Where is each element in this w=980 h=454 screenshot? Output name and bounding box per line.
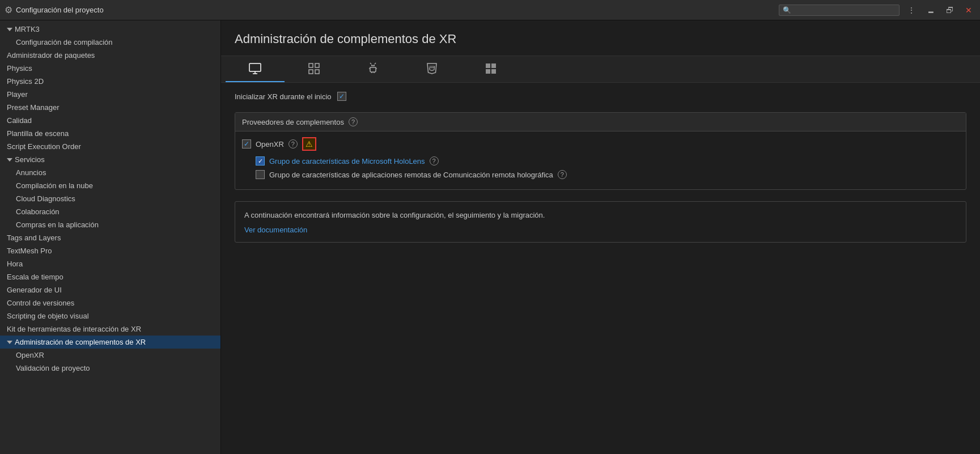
svg-rect-9 bbox=[486, 63, 490, 68]
feature-row-remote: Grupo de características de aplicaciones… bbox=[256, 170, 959, 179]
close-button[interactable]: ✕ bbox=[962, 5, 975, 16]
svg-rect-6 bbox=[315, 70, 319, 74]
openxr-checkbox[interactable] bbox=[242, 139, 251, 148]
sidebar-item-plantilla-escena[interactable]: Plantilla de escena bbox=[0, 127, 220, 140]
svg-rect-12 bbox=[491, 69, 496, 74]
init-xr-row: Inicializar XR durante el inicio bbox=[235, 92, 966, 101]
sidebar-item-control-versiones[interactable]: Control de versiones bbox=[0, 296, 220, 309]
android-icon bbox=[366, 62, 380, 75]
sidebar-item-label: Physics bbox=[7, 64, 32, 73]
sidebar-item-label: Cloud Diagnostics bbox=[16, 194, 75, 203]
sidebar-item-calidad[interactable]: Calidad bbox=[0, 114, 220, 127]
sidebar-item-kit-xr[interactable]: Kit de herramientas de interacción de XR bbox=[0, 323, 220, 336]
sidebar-item-validacion[interactable]: Validación de proyecto bbox=[0, 362, 220, 375]
sidebar-item-tags-layers[interactable]: Tags and Layers bbox=[0, 231, 220, 244]
svg-rect-3 bbox=[309, 63, 313, 67]
sidebar-item-label: Player bbox=[7, 90, 28, 99]
sidebar-item-label: Control de versiones bbox=[7, 299, 74, 307]
sidebar-item-physics2d[interactable]: Physics 2D bbox=[0, 75, 220, 88]
svg-rect-0 bbox=[249, 63, 261, 71]
search-bar[interactable]: 🔍 bbox=[779, 5, 900, 16]
sidebar-item-cloud-diagnostics[interactable]: Cloud Diagnostics bbox=[0, 192, 220, 205]
html5-icon bbox=[425, 62, 439, 75]
hololens-help-icon[interactable]: ? bbox=[430, 156, 439, 166]
sidebar-item-script-execution[interactable]: Script Execution Order bbox=[0, 140, 220, 153]
more-button[interactable]: ⋮ bbox=[904, 5, 919, 16]
init-xr-checkbox[interactable] bbox=[337, 92, 346, 101]
providers-body: OpenXR ? ⚠ Grupo de características de M… bbox=[235, 131, 966, 189]
svg-rect-10 bbox=[491, 63, 496, 68]
minimize-button[interactable]: 🗕 bbox=[923, 5, 938, 16]
openxr-label: OpenXR bbox=[256, 140, 284, 148]
panel-title: Administración de complementos de XR bbox=[235, 32, 966, 46]
svg-rect-5 bbox=[309, 70, 313, 74]
sidebar-group-label: Servicios bbox=[15, 155, 45, 164]
openxr-row: OpenXR ? ⚠ bbox=[242, 137, 959, 151]
warning-triangle-icon: ⚠ bbox=[306, 139, 313, 148]
sidebar-item-label: Hora bbox=[7, 260, 23, 268]
sidebar-group-label: MRTK3 bbox=[15, 25, 40, 33]
sidebar-item-preset-manager[interactable]: Preset Manager bbox=[0, 101, 220, 114]
providers-header: Proveedores de complementos ? bbox=[235, 113, 966, 131]
providers-help-icon[interactable]: ? bbox=[349, 117, 358, 126]
doc-link[interactable]: Ver documentación bbox=[244, 226, 307, 234]
search-input[interactable] bbox=[794, 6, 896, 14]
tab-android[interactable] bbox=[343, 56, 402, 82]
sidebar-item-colaboracion[interactable]: Colaboración bbox=[0, 205, 220, 218]
expand-icon bbox=[7, 158, 12, 162]
sidebar-item-textmesh[interactable]: TextMesh Pro bbox=[0, 244, 220, 257]
sidebar-item-scripting-visual[interactable]: Scripting de objeto visual bbox=[0, 309, 220, 323]
main-content: MRTK3 Configuración de compilación Admin… bbox=[0, 20, 980, 454]
monitor-icon bbox=[248, 62, 262, 75]
sidebar-item-anuncios[interactable]: Anuncios bbox=[0, 166, 220, 179]
title-bar-right: 🔍 ⋮ 🗕 🗗 ✕ bbox=[779, 5, 975, 16]
providers-section: Proveedores de complementos ? OpenXR ? ⚠ bbox=[235, 112, 966, 190]
sidebar-item-player[interactable]: Player bbox=[0, 88, 220, 101]
remote-feature-checkbox[interactable] bbox=[256, 170, 265, 179]
sidebar-item-label: Validación de proyecto bbox=[16, 364, 90, 372]
sidebar-item-label: Calidad bbox=[7, 116, 32, 125]
sidebar-item-label: Kit de herramientas de interacción de XR bbox=[7, 325, 141, 333]
sidebar-group-servicios[interactable]: Servicios bbox=[0, 153, 220, 166]
sidebar-item-openxr[interactable]: OpenXR bbox=[0, 349, 220, 362]
sidebar-item-escala-tiempo[interactable]: Escala de tiempo bbox=[0, 270, 220, 283]
panel-body: Inicializar XR durante el inicio Proveed… bbox=[221, 83, 980, 252]
openxr-help-icon[interactable]: ? bbox=[289, 139, 298, 148]
expand-icon bbox=[7, 28, 12, 31]
window-title: Configuración del proyecto bbox=[16, 6, 104, 14]
title-bar: ⚙ Configuración del proyecto 🔍 ⋮ 🗕 🗗 ✕ bbox=[0, 0, 980, 20]
sidebar-item-label: Compras en la aplicación bbox=[16, 220, 99, 229]
sidebar-item-label: Colaboración bbox=[16, 207, 60, 216]
sidebar-item-label: Escala de tiempo bbox=[7, 273, 63, 281]
info-section: A continuación encontrará información so… bbox=[235, 201, 966, 243]
hololens-feature-checkbox[interactable] bbox=[256, 156, 265, 166]
sidebar-item-compras[interactable]: Compras en la aplicación bbox=[0, 218, 220, 231]
settings-icon: ⚙ bbox=[5, 5, 12, 15]
svg-rect-4 bbox=[315, 63, 319, 67]
sidebar-item-label: Administrador de paquetes bbox=[7, 51, 95, 60]
tab-windows[interactable] bbox=[461, 56, 520, 82]
sidebar-item-label: Scripting de objeto visual bbox=[7, 312, 89, 320]
tab-grid[interactable] bbox=[285, 56, 343, 82]
sidebar-item-label: TextMesh Pro bbox=[7, 247, 52, 255]
sidebar-item-generador-ui[interactable]: Generador de UI bbox=[0, 283, 220, 296]
sidebar-item-physics[interactable]: Physics bbox=[0, 62, 220, 75]
sidebar-item-label: Preset Manager bbox=[7, 103, 60, 112]
sidebar-item-label: Tags and Layers bbox=[7, 234, 61, 242]
hololens-feature-link[interactable]: Grupo de características de Microsoft Ho… bbox=[269, 157, 425, 166]
tab-html5[interactable] bbox=[402, 56, 461, 82]
remote-help-icon[interactable]: ? bbox=[558, 170, 567, 179]
maximize-button[interactable]: 🗗 bbox=[943, 5, 957, 16]
sidebar-item-hora[interactable]: Hora bbox=[0, 257, 220, 270]
sidebar-item-label: Script Execution Order bbox=[7, 142, 81, 151]
sidebar-item-compilacion-nube[interactable]: Compilación en la nube bbox=[0, 179, 220, 192]
remote-feature-label: Grupo de características de aplicaciones… bbox=[269, 171, 553, 179]
sidebar-item-administrador-paquetes[interactable]: Administrador de paquetes bbox=[0, 49, 220, 62]
openxr-warning-box: ⚠ bbox=[302, 137, 316, 151]
sidebar-item-label: Generador de UI bbox=[7, 286, 62, 294]
sidebar-group-xr-admin[interactable]: Administración de complementos de XR bbox=[0, 336, 220, 349]
tab-pc[interactable] bbox=[226, 56, 285, 82]
sidebar-item-config-compilacion[interactable]: Configuración de compilación bbox=[0, 36, 220, 49]
sidebar-group-mrtk3[interactable]: MRTK3 bbox=[0, 23, 220, 36]
sidebar-item-label: Physics 2D bbox=[7, 77, 44, 86]
